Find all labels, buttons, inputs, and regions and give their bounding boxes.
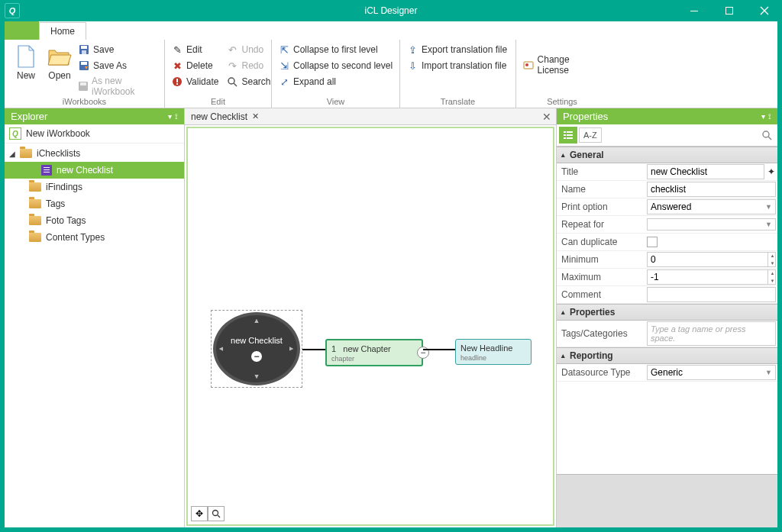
svg-point-13	[525, 63, 528, 66]
properties-pin-icon[interactable]: ⟟	[768, 112, 771, 121]
export-icon: ⇪	[406, 44, 418, 56]
svg-line-11	[234, 83, 237, 86]
redo-button[interactable]: ↷Redo	[225, 59, 272, 73]
resize-handle-bottom[interactable]: ▲	[254, 373, 260, 381]
expander-icon[interactable]: ◢	[9, 150, 15, 158]
resize-handle-left[interactable]: ▲	[217, 346, 225, 353]
tree-item-ifindings[interactable]: iFindings	[5, 179, 184, 195]
checklist-node[interactable]: ▲ ▲ ▲ ▲ new Checklist −	[213, 312, 300, 385]
tags-input[interactable]: Type a tag name or press space.	[647, 321, 776, 346]
import-translation-button[interactable]: ⇩Import translation file	[405, 59, 509, 73]
categorized-view-button[interactable]	[559, 127, 577, 143]
undo-button[interactable]: ↶Undo	[225, 43, 272, 56]
print-option-select[interactable]: Answered▼	[647, 199, 776, 214]
new-button[interactable]: New	[9, 41, 43, 84]
close-pane-icon[interactable]: ✕	[542, 111, 551, 123]
repeat-for-select[interactable]: ▼	[647, 218, 776, 231]
svg-point-22	[763, 131, 769, 137]
spin-up-icon[interactable]: ▲	[767, 269, 777, 277]
minimum-input[interactable]	[647, 252, 776, 267]
group-header-general[interactable]: ▴General	[557, 147, 777, 163]
collapse-second-icon: ⇲	[278, 60, 290, 72]
resize-handle-top[interactable]: ▲	[254, 317, 260, 324]
titlebar: Q iCL Designer	[0, 0, 782, 21]
as-new-label: As new iWorkbook	[92, 76, 158, 97]
export-translation-button[interactable]: ⇪Export translation file	[405, 43, 509, 56]
can-duplicate-checkbox[interactable]	[647, 237, 658, 247]
group-header-properties[interactable]: ▴Properties	[557, 304, 777, 321]
tree-item-new-checklist[interactable]: new Checklist	[5, 162, 184, 179]
zoom-tool-button[interactable]	[208, 506, 225, 521]
delete-button[interactable]: ✖Delete	[170, 59, 220, 73]
tree-item-ichecklists[interactable]: ◢ iChecklists	[5, 145, 184, 162]
headline-node[interactable]: New Headline headline	[455, 339, 532, 365]
group-label-edit: Edit	[165, 97, 271, 106]
file-tab[interactable]	[5, 21, 39, 40]
group-label-view: View	[272, 97, 399, 106]
title-input[interactable]	[647, 164, 764, 179]
tree-item-content-types[interactable]: Content Types	[5, 229, 184, 246]
explorer-tree[interactable]: Q New iWorkbook ◢ iChecklists new Checkl…	[5, 124, 184, 527]
save-label: Save	[93, 44, 114, 55]
chapter-title: new Chapter	[343, 344, 390, 353]
collapse-first-button[interactable]: ⇱Collapse to first level	[276, 43, 394, 56]
save-as-button[interactable]: Save As	[76, 59, 160, 73]
home-tab[interactable]: Home	[39, 22, 86, 40]
as-new-iworkbook-button[interactable]: As new iWorkbook	[76, 75, 160, 98]
properties-dropdown-icon[interactable]: ▾	[761, 112, 765, 121]
properties-grid: ▴General Title ✦ Name Print option Answe…	[557, 147, 777, 474]
explorer-dropdown-icon[interactable]: ▾	[168, 112, 172, 121]
checklist-node-selection[interactable]: ▲ ▲ ▲ ▲ new Checklist −	[211, 310, 302, 388]
explorer-pin-icon[interactable]: ⟟	[175, 112, 178, 121]
ribbon-group-translate: ⇪Export translation file ⇩Import transla…	[400, 40, 516, 108]
chapter-subtitle: chapter	[331, 355, 417, 363]
sort-az-button[interactable]: A-Z	[579, 127, 602, 143]
tree-item-tags[interactable]: Tags	[5, 195, 184, 212]
collapse-icon[interactable]: −	[251, 351, 262, 362]
designer-canvas[interactable]: ▲ ▲ ▲ ▲ new Checklist − 1 new Chapter ch…	[186, 127, 554, 526]
properties-panel: Properties ▾⟟ A-Z ▴General Title	[556, 108, 777, 527]
group-header-reporting[interactable]: ▴Reporting	[557, 347, 777, 364]
prop-row-comment: Comment	[557, 286, 777, 304]
spin-down-icon[interactable]: ▼	[767, 260, 777, 267]
close-button[interactable]	[747, 0, 782, 21]
canvas-tools: ✥	[191, 506, 225, 521]
search-button[interactable]: Search	[225, 75, 272, 89]
new-label: New	[17, 70, 35, 81]
maximize-button[interactable]	[712, 0, 747, 21]
open-button[interactable]: Open	[43, 41, 76, 84]
close-tab-icon[interactable]: ✕	[252, 111, 259, 121]
tree-root[interactable]: Q New iWorkbook	[5, 124, 184, 143]
folder-icon	[29, 233, 41, 242]
folder-icon	[29, 216, 41, 225]
minimize-button[interactable]	[677, 0, 712, 21]
save-button[interactable]: Save	[76, 43, 160, 56]
change-license-button[interactable]: Change License	[521, 53, 603, 76]
datasource-type-select[interactable]: Generic▼	[647, 365, 776, 380]
pan-tool-button[interactable]: ✥	[191, 506, 208, 521]
prop-row-name: Name	[557, 181, 777, 198]
open-folder-icon	[47, 44, 72, 69]
validate-button[interactable]: Validate	[170, 75, 220, 89]
tree-item-foto-tags[interactable]: Foto Tags	[5, 212, 184, 229]
app-icon: Q	[5, 3, 20, 18]
spin-up-icon[interactable]: ▲	[767, 252, 777, 260]
maximum-input[interactable]	[647, 269, 776, 285]
expand-all-button[interactable]: ⤢Expand all	[276, 75, 394, 89]
connector-line	[423, 349, 455, 350]
spin-down-icon[interactable]: ▼	[767, 277, 777, 285]
save-as-icon	[78, 60, 90, 72]
collapse-second-button[interactable]: ⇲Collapse to second level	[276, 59, 394, 73]
document-tab[interactable]: new Checklist ✕	[185, 110, 265, 124]
svg-rect-1	[81, 46, 87, 49]
puzzle-icon[interactable]: ✦	[766, 166, 776, 177]
license-icon	[522, 59, 535, 71]
resize-handle-right[interactable]: ▲	[289, 346, 296, 353]
folder-icon	[29, 199, 41, 208]
collapse-first-icon: ⇱	[278, 44, 290, 56]
chapter-node[interactable]: 1 new Chapter chapter −	[325, 339, 423, 366]
edit-button[interactable]: ✎Edit	[170, 43, 220, 56]
name-input[interactable]	[647, 182, 776, 197]
comment-input[interactable]	[647, 287, 776, 302]
properties-search[interactable]	[603, 130, 775, 140]
